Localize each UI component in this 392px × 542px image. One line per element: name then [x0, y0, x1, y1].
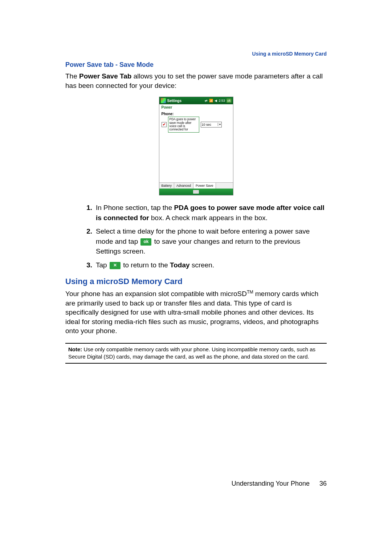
tab-battery: Battery: [159, 183, 175, 189]
chevron-down-icon: ▾: [218, 123, 221, 126]
time-select: 10 sec ▾: [201, 122, 222, 128]
checkbox-text: PDA goes to power save mode after voice …: [168, 117, 199, 132]
step3-text-a: Tap: [96, 261, 109, 269]
step-number: 2.: [65, 226, 96, 256]
signal-icon: 📶: [209, 99, 213, 102]
device-screenshot: Settings ⇄ 📶 ◀ 2:53 ok Power Phone: ✔ PD…: [159, 97, 233, 195]
ok-button-icon: ok: [140, 238, 151, 246]
screen-tabs: Battery Advanced Power Save: [159, 182, 233, 189]
divider-top: [65, 343, 327, 344]
running-head: Using a microSD Memory Card: [65, 51, 327, 57]
step1-text-c: box. A check mark appears in the box.: [149, 214, 268, 222]
close-button-icon: ✕: [110, 262, 121, 269]
footer-chapter: Understanding Your Phone: [232, 480, 310, 487]
step-number: 1.: [65, 203, 96, 223]
step3-text-c: screen.: [190, 261, 215, 269]
checkbox-icon: ✔: [162, 122, 167, 127]
step-body: In Phone section, tap the PDA goes to po…: [96, 203, 327, 223]
titlebar-text: Settings: [167, 99, 205, 103]
sync-icon: ⇄: [205, 99, 208, 102]
step3-bold: Today: [170, 261, 190, 269]
divider-bottom: [65, 363, 327, 364]
screen-bottombar: [159, 189, 233, 195]
note-label: Note:: [68, 346, 82, 352]
clock-text: 2:53: [219, 99, 225, 102]
screen-subtitle: Power: [159, 104, 233, 110]
step-body: Tap ✕ to return to the Today screen.: [96, 260, 327, 270]
subheading-power-save: Power Save tab - Save Mode: [65, 61, 327, 69]
intro-paragraph: The Power Save Tab allows you to set the…: [65, 72, 327, 90]
step-number: 3.: [65, 260, 96, 270]
speaker-icon: ◀: [215, 99, 217, 102]
step-1: 1. In Phone section, tap the PDA goes to…: [65, 203, 327, 223]
keyboard-icon: [193, 190, 199, 194]
microsd-text-a: Your phone has an expansion slot compati…: [65, 290, 247, 298]
tab-advanced: Advanced: [174, 183, 193, 189]
tm-superscript: TM: [247, 290, 253, 295]
step3-text-b: to return to the: [121, 261, 170, 269]
microsd-paragraph: Your phone has an expansion slot compati…: [65, 289, 327, 336]
note-block: Note: Use only compatible memory cards w…: [65, 346, 327, 360]
step-body: Select a time delay for the phone to wai…: [96, 226, 327, 256]
phone-row: ✔ PDA goes to power save mode after voic…: [162, 117, 231, 132]
tab-power-save: Power Save: [193, 183, 216, 189]
select-value: 10 sec: [202, 123, 212, 126]
titlebar-status-icons: ⇄ 📶 ◀ 2:53 ok: [205, 98, 231, 103]
intro-text-pre: The: [65, 72, 79, 80]
footer-page-number: 36: [319, 480, 327, 487]
step-3: 3. Tap ✕ to return to the Today screen.: [65, 260, 327, 270]
note-text: Use only compatible memory cards with yo…: [68, 346, 315, 360]
intro-bold: Power Save Tab: [79, 72, 131, 80]
screen-titlebar: Settings ⇄ 📶 ◀ 2:53 ok: [159, 97, 233, 104]
step1-text-a: In Phone section, tap the: [96, 204, 174, 211]
step-2: 2. Select a time delay for the phone to …: [65, 226, 327, 256]
screen-frame: Settings ⇄ 📶 ◀ 2:53 ok Power Phone: ✔ PD…: [159, 97, 233, 195]
section-heading-microsd: Using a microSD Memory Card: [65, 277, 327, 286]
start-flag-icon: [161, 98, 166, 103]
phone-label: Phone:: [162, 112, 231, 116]
screen-body: Phone: ✔ PDA goes to power save mode aft…: [159, 110, 233, 182]
titlebar-ok-button: ok: [226, 98, 232, 103]
page-footer: Understanding Your Phone 36: [232, 480, 327, 488]
ordered-list: 1. In Phone section, tap the PDA goes to…: [65, 203, 327, 270]
